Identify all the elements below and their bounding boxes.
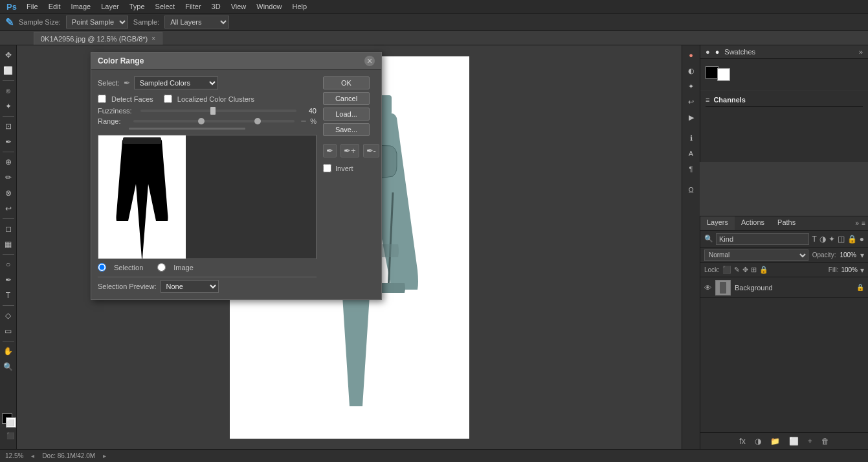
- eyedropper-sample-button[interactable]: ✒: [323, 144, 337, 157]
- tab-layers[interactable]: Layers: [700, 216, 735, 230]
- fg-color-swatch[interactable]: [706, 66, 718, 79]
- filter-layer-icon[interactable]: ◫: [838, 235, 845, 244]
- sample-select[interactable]: All Layers: [164, 16, 229, 29]
- menu-file[interactable]: File: [22, 1, 43, 12]
- panel-menu-btn[interactable]: »: [859, 48, 863, 56]
- range-slider-container[interactable]: [131, 120, 297, 122]
- image-radio[interactable]: [157, 263, 166, 271]
- tab-actions[interactable]: Actions: [735, 216, 771, 230]
- history-brush[interactable]: ↩: [1, 202, 16, 216]
- layers-panel-menu[interactable]: ≡: [862, 220, 865, 227]
- add-folder-button[interactable]: 📁: [768, 435, 783, 447]
- menu-filter[interactable]: Filter: [181, 1, 205, 12]
- blend-mode-select[interactable]: Normal: [704, 249, 808, 261]
- bg-color-swatch[interactable]: [717, 68, 730, 81]
- menu-select[interactable]: Select: [151, 1, 180, 12]
- text-tool[interactable]: T: [1, 288, 16, 303]
- eraser-tool[interactable]: ◻: [1, 222, 16, 236]
- document-tab[interactable]: 0K1A2956.jpg @ 12.5% (RGB/8*) ×: [34, 32, 162, 45]
- invert-checkbox[interactable]: [323, 164, 331, 172]
- arrow-right[interactable]: ▸: [103, 452, 106, 459]
- shape-tool[interactable]: ▭: [1, 324, 16, 338]
- eyedropper-subtract-button[interactable]: ✒-: [363, 144, 379, 157]
- filter-adj-icon[interactable]: ◑: [819, 235, 826, 244]
- lock-transparent-icon[interactable]: ⬛: [722, 266, 731, 274]
- add-adjustment-button[interactable]: ◑: [752, 435, 764, 447]
- menu-edit[interactable]: Edit: [44, 1, 65, 12]
- menu-image[interactable]: Image: [67, 1, 96, 12]
- panel-icon-info[interactable]: ℹ: [684, 131, 698, 145]
- quick-select-tool[interactable]: ✦: [1, 99, 16, 113]
- lock-all-icon[interactable]: 🔒: [759, 266, 768, 274]
- screen-mode-btn[interactable]: ⬛: [3, 428, 17, 443]
- healing-tool[interactable]: ⊕: [1, 155, 16, 169]
- panel-icon-para[interactable]: ¶: [684, 162, 698, 176]
- marquee-tool[interactable]: ⬜: [1, 64, 16, 78]
- ok-button[interactable]: OK: [323, 76, 370, 89]
- fill-arrow[interactable]: ▾: [860, 266, 864, 275]
- layer-name[interactable]: Background: [735, 284, 852, 292]
- load-button[interactable]: Load...: [323, 108, 370, 121]
- lock-paint-icon[interactable]: ✎: [734, 266, 740, 274]
- panel-icon-actions[interactable]: ▶: [684, 110, 698, 124]
- layer-visibility-icon[interactable]: 👁: [704, 284, 711, 292]
- tab-close-button[interactable]: ×: [151, 35, 155, 42]
- panel-icon-history[interactable]: ↩: [684, 95, 698, 109]
- fill-value[interactable]: 100%: [841, 266, 858, 273]
- crop-tool[interactable]: ⊡: [1, 119, 16, 133]
- selection-preview-select[interactable]: None: [161, 280, 219, 293]
- brush-tool[interactable]: ✏: [1, 170, 16, 185]
- add-fx-button[interactable]: fx: [737, 435, 748, 447]
- dialog-close-button[interactable]: ×: [364, 56, 375, 66]
- localized-checkbox[interactable]: [164, 95, 172, 103]
- fuzziness-slider-container[interactable]: [140, 110, 296, 112]
- quick-mask-btn[interactable]: ⬜: [3, 415, 17, 430]
- panel-icon-char[interactable]: A: [684, 146, 698, 161]
- delete-layer-button[interactable]: 🗑: [819, 435, 832, 447]
- menu-3d[interactable]: 3D: [207, 1, 225, 12]
- menu-window[interactable]: Window: [252, 1, 286, 12]
- filter-smart-icon[interactable]: ✦: [829, 235, 835, 244]
- panel-icon-styles[interactable]: ✦: [684, 79, 698, 93]
- dodge-tool[interactable]: ○: [1, 257, 16, 271]
- select-dropdown[interactable]: Sampled Colors: [134, 76, 218, 89]
- filter-type-icon[interactable]: T: [812, 235, 816, 244]
- menu-type[interactable]: Type: [125, 1, 150, 12]
- add-mask-button[interactable]: ⬜: [786, 435, 801, 447]
- panel-icon-color[interactable]: ●: [684, 48, 698, 62]
- gradient-tool[interactable]: ▦: [1, 237, 16, 251]
- lock-move-icon[interactable]: ✥: [742, 266, 748, 274]
- save-button[interactable]: Save...: [323, 123, 370, 136]
- menu-layer[interactable]: Layer: [96, 1, 124, 12]
- lock-artboard-icon[interactable]: ⊞: [751, 266, 757, 274]
- path-tool[interactable]: ◇: [1, 308, 16, 323]
- selection-radio[interactable]: [98, 263, 106, 271]
- detect-faces-checkbox[interactable]: [98, 95, 106, 103]
- layer-item[interactable]: 👁 Background 🔒: [700, 277, 868, 298]
- filter-lock-icon[interactable]: 🔒: [847, 235, 857, 244]
- panel-icon-adjust[interactable]: ◐: [684, 64, 698, 78]
- eyedropper-tool[interactable]: ✒: [1, 135, 16, 149]
- eyedropper-add-button[interactable]: ✒+: [340, 144, 359, 157]
- layers-search-box[interactable]: Kind: [716, 233, 809, 245]
- opacity-value[interactable]: 100%: [840, 251, 856, 259]
- cancel-button[interactable]: Cancel: [323, 92, 370, 105]
- opacity-arrow[interactable]: ▾: [860, 251, 864, 260]
- layers-panel-expand[interactable]: »: [856, 220, 860, 227]
- filter-visible-icon[interactable]: ●: [860, 235, 864, 244]
- panel-icon-glyph[interactable]: Ω: [684, 183, 698, 197]
- move-tool[interactable]: ✥: [1, 48, 16, 62]
- color-range-dialog[interactable]: Color Range × Select: ✒ Sampled Colors D…: [91, 52, 382, 300]
- sample-size-select[interactable]: Point Sample: [66, 16, 128, 29]
- hand-tool[interactable]: ✋: [1, 344, 16, 358]
- menu-help[interactable]: Help: [287, 1, 311, 12]
- layers-footer: fx ◑ 📁 ⬜ + 🗑: [700, 432, 868, 449]
- menu-view[interactable]: View: [227, 1, 251, 12]
- zoom-tool[interactable]: 🔍: [1, 360, 16, 374]
- clone-tool[interactable]: ⊗: [1, 186, 16, 200]
- new-layer-button[interactable]: +: [805, 435, 815, 447]
- lasso-tool[interactable]: ⌾: [1, 84, 16, 98]
- arrow-left[interactable]: ◂: [31, 452, 34, 459]
- tab-paths[interactable]: Paths: [771, 216, 802, 230]
- pen-tool[interactable]: ✒: [1, 273, 16, 287]
